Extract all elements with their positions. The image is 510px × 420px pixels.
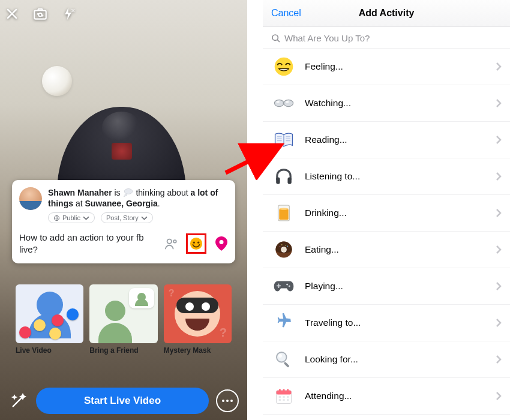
- chevron-right-icon: [496, 355, 502, 364]
- filter-label: Mystery Mask: [164, 346, 232, 355]
- svg-point-13: [226, 400, 229, 402]
- svg-rect-21: [276, 178, 280, 184]
- camera-topbar: ✕: [5, 6, 76, 24]
- svg-point-31: [281, 244, 283, 245]
- activity-label: Watching...: [305, 98, 485, 109]
- svg-point-4: [124, 196, 125, 197]
- user-name: Shawn Manaher: [48, 188, 112, 197]
- page-title: Add Activity: [359, 8, 415, 19]
- feeling-activity-icon[interactable]: [186, 233, 206, 254]
- wow-reaction-icon: [34, 319, 46, 331]
- svg-point-6: [167, 239, 172, 244]
- cancel-button[interactable]: Cancel: [271, 8, 301, 19]
- add-activity-screen: Cancel Add Activity What Are You Up To? …: [263, 0, 510, 420]
- close-icon[interactable]: [5, 7, 19, 23]
- activity-row-looking-for[interactable]: Looking for...: [263, 341, 510, 378]
- svg-point-30: [287, 246, 289, 247]
- svg-point-35: [277, 352, 287, 362]
- svg-point-19: [276, 101, 280, 103]
- svg-point-18: [284, 100, 293, 106]
- svg-rect-37: [284, 362, 290, 368]
- svg-point-36: [278, 354, 282, 358]
- post-composer-card: Shawn Manaher is thinking about a lot of…: [12, 180, 235, 263]
- chevron-right-icon: [496, 208, 502, 218]
- start-live-button[interactable]: Start Live Video: [36, 388, 209, 414]
- svg-point-29: [280, 246, 281, 247]
- effects-wand-icon[interactable]: [8, 391, 29, 411]
- chevron-right-icon: [496, 318, 502, 328]
- wow-reaction-icon: [49, 328, 61, 340]
- activity-row-reading[interactable]: Reading...: [263, 122, 510, 158]
- search-placeholder: What Are You Up To?: [284, 33, 370, 43]
- donut-icon: [274, 239, 294, 260]
- activity-label: Reading...: [305, 134, 485, 145]
- chevron-right-icon: [496, 98, 502, 108]
- filter-bring-friend[interactable]: Bring a Friend: [89, 284, 157, 355]
- switch-camera-icon[interactable]: [32, 6, 48, 24]
- search-icon: [271, 34, 281, 43]
- svg-point-20: [286, 101, 289, 103]
- activity-row-traveling[interactable]: Traveling to...: [263, 305, 510, 341]
- location-pin-icon[interactable]: [215, 237, 228, 250]
- svg-point-11: [220, 240, 224, 244]
- calendar-icon: [274, 386, 294, 406]
- book-icon: [274, 130, 294, 150]
- svg-point-14: [230, 400, 233, 402]
- svg-point-16: [275, 58, 293, 76]
- audience-pill[interactable]: Public: [48, 212, 95, 223]
- magnifier-icon: [274, 349, 294, 370]
- svg-point-40: [279, 389, 281, 391]
- chevron-right-icon: [496, 281, 502, 291]
- activity-label: Traveling to...: [305, 317, 485, 328]
- svg-point-9: [193, 241, 195, 243]
- post-text[interactable]: How to add an action to your fb live?: [19, 232, 158, 255]
- svg-point-7: [173, 240, 176, 243]
- activity-row-watching[interactable]: Watching...: [263, 85, 510, 122]
- activity-row-playing[interactable]: Playing...: [263, 268, 510, 305]
- headphones-icon: [274, 166, 294, 187]
- chevron-right-icon: [496, 172, 502, 181]
- svg-point-2: [124, 189, 133, 194]
- activity-row-feeling[interactable]: Feeling...: [263, 49, 510, 85]
- activity-list: Feeling... Watching... Reading... Listen…: [263, 49, 510, 420]
- svg-point-10: [197, 241, 199, 243]
- flash-off-icon[interactable]: ✕: [61, 7, 76, 23]
- svg-point-32: [285, 245, 286, 246]
- chevron-right-icon: [496, 135, 502, 145]
- tag-people-icon[interactable]: [164, 237, 178, 250]
- svg-rect-24: [279, 209, 288, 220]
- avatar: [19, 187, 42, 210]
- activity-label: Listening to...: [305, 171, 485, 182]
- nav-bar: Cancel Add Activity: [263, 0, 510, 27]
- activity-row-listening[interactable]: Listening to...: [263, 158, 510, 195]
- search-input[interactable]: What Are You Up To?: [263, 27, 510, 49]
- activity-row-eating[interactable]: Eating...: [263, 232, 510, 268]
- svg-point-33: [286, 284, 288, 286]
- chevron-down-icon: [141, 215, 148, 221]
- svg-text:✕: ✕: [71, 8, 76, 14]
- svg-point-3: [125, 194, 127, 196]
- filter-label: Bring a Friend: [89, 346, 157, 355]
- chevron-down-icon: [83, 215, 89, 221]
- status-line: Shawn Manaher is thinking about a lot of…: [48, 187, 228, 209]
- filter-label: Live Video: [16, 346, 83, 355]
- activity-row-attending[interactable]: Attending...: [263, 378, 510, 415]
- activity-label: Attending...: [305, 391, 485, 401]
- feeling-emoji-icon: [274, 56, 294, 77]
- filter-mystery-mask[interactable]: Mystery Mask: [164, 284, 232, 355]
- more-options-icon[interactable]: [216, 389, 239, 412]
- chevron-right-icon: [496, 391, 502, 401]
- svg-point-8: [190, 238, 202, 250]
- share-to-pill[interactable]: Post, Story: [101, 212, 153, 223]
- svg-rect-39: [277, 391, 292, 395]
- activity-row-drinking[interactable]: Drinking...: [263, 195, 510, 232]
- svg-point-42: [287, 389, 289, 391]
- svg-point-12: [222, 400, 224, 402]
- like-reaction-icon: [67, 308, 79, 320]
- svg-point-25: [279, 208, 288, 209]
- love-reaction-icon: [52, 314, 64, 326]
- thought-bubble-icon: [123, 188, 134, 196]
- svg-point-34: [289, 286, 290, 287]
- filter-live-video[interactable]: Live Video: [16, 284, 83, 355]
- svg-rect-22: [287, 178, 291, 184]
